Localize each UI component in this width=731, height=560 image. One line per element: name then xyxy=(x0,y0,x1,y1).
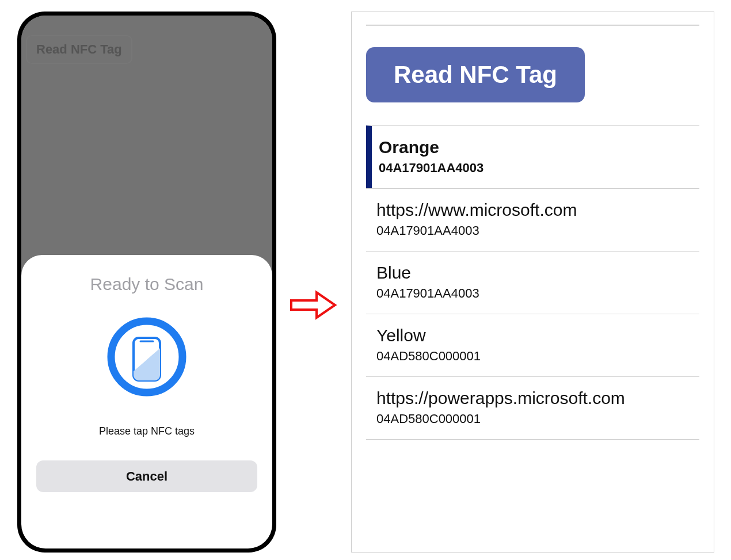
read-nfc-button-background: Read NFC Tag xyxy=(26,35,132,64)
nfc-scan-sheet: Ready to Scan Please tap NFC tags Cancel xyxy=(21,255,272,548)
list-item[interactable]: https://powerapps.microsoft.com04AD580C0… xyxy=(366,376,699,440)
list-item-subtitle: 04A17901AA4003 xyxy=(376,223,694,238)
list-item-subtitle: 04AD580C000001 xyxy=(376,349,694,364)
cancel-button-label: Cancel xyxy=(126,469,167,483)
read-nfc-button-background-label: Read NFC Tag xyxy=(36,42,122,56)
nfc-results-list: Orange04A17901AA4003https://www.microsof… xyxy=(366,125,699,440)
read-nfc-button-label: Read NFC Tag xyxy=(394,61,557,88)
sheet-title: Ready to Scan xyxy=(90,275,204,294)
list-item-title: https://www.microsoft.com xyxy=(376,200,694,220)
phone-frame: Read NFC Tag Ready to Scan Please tap NF… xyxy=(17,12,276,553)
list-item[interactable]: https://www.microsoft.com04A17901AA4003 xyxy=(366,188,699,251)
panel-divider xyxy=(366,25,699,25)
sheet-subtitle: Please tap NFC tags xyxy=(99,425,195,437)
list-item-subtitle: 04AD580C000001 xyxy=(376,412,694,426)
list-item[interactable]: Orange04A17901AA4003 xyxy=(366,125,699,188)
read-nfc-button[interactable]: Read NFC Tag xyxy=(366,47,585,102)
nfc-scan-icon xyxy=(104,314,190,400)
list-item-subtitle: 04A17901AA4003 xyxy=(376,286,694,301)
list-item-title: https://powerapps.microsoft.com xyxy=(376,388,694,408)
svg-point-0 xyxy=(111,321,182,393)
list-item-subtitle: 04A17901AA4003 xyxy=(379,161,694,176)
phone-screen: Read NFC Tag Ready to Scan Please tap NF… xyxy=(21,16,272,548)
arrow-icon xyxy=(289,288,337,322)
list-item-title: Blue xyxy=(376,263,694,283)
list-item[interactable]: Blue04A17901AA4003 xyxy=(366,251,699,314)
list-item-title: Yellow xyxy=(376,326,694,345)
cancel-button[interactable]: Cancel xyxy=(36,460,257,492)
list-item[interactable]: Yellow04AD580C000001 xyxy=(366,314,699,376)
list-item-title: Orange xyxy=(379,138,694,157)
results-panel: Read NFC Tag Orange04A17901AA4003https:/… xyxy=(351,12,714,553)
